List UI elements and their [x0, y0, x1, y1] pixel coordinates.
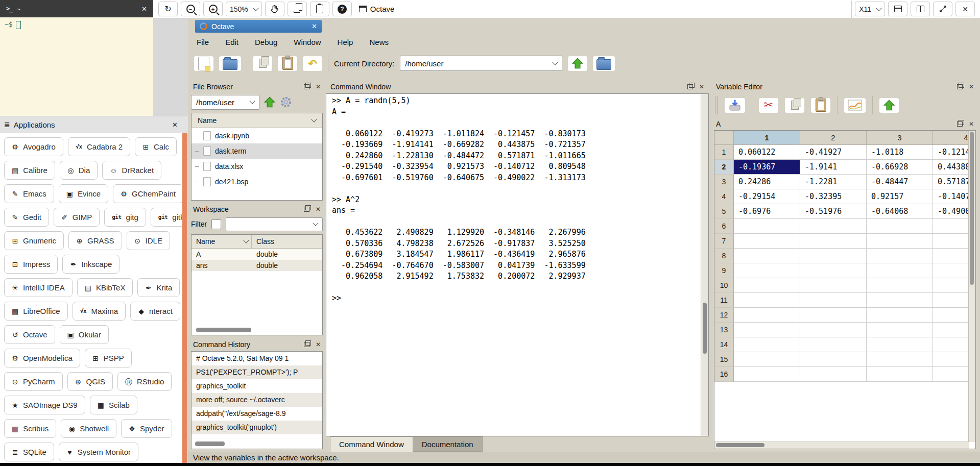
filter-select[interactable]	[226, 217, 323, 231]
command-window[interactable]: >> A = randn(5,5) A = 0.060122 -0.419273…	[326, 93, 709, 436]
row-header-3[interactable]: 3	[714, 175, 734, 189]
row-header-9[interactable]: 9	[714, 263, 734, 278]
row-header-15[interactable]: 15	[714, 352, 734, 367]
cell-r7c3[interactable]	[867, 234, 933, 249]
cell-r9c3[interactable]	[867, 263, 933, 278]
cell-r14c2[interactable]	[800, 337, 867, 352]
close-variable-icon[interactable]: ✕	[969, 121, 974, 127]
command-history-hscrollbar-thumb[interactable]	[195, 442, 225, 446]
app-button-avogadro[interactable]: ⚙Avogadro	[4, 137, 63, 156]
vnc-close-button[interactable]: ✕	[955, 2, 975, 16]
cell-r15c2[interactable]	[800, 352, 867, 367]
undo-button[interactable]: ↶	[303, 56, 322, 71]
variable-editor-vscrollbar[interactable]	[968, 131, 975, 442]
cell-r5c1[interactable]: -0.6976	[734, 204, 800, 219]
row-header-16[interactable]: 16	[714, 367, 734, 382]
octave-close-button[interactable]: ✕	[312, 22, 317, 30]
close-panel-icon[interactable]: ✕	[316, 206, 321, 212]
app-button-gnumeric[interactable]: ⊞Gnumeric	[4, 231, 64, 250]
workspace-row-a[interactable]: Adouble	[192, 249, 322, 260]
app-button-gchempaint[interactable]: ⚙GChemPaint	[113, 184, 182, 203]
menu-window[interactable]: Window	[294, 38, 321, 46]
cell-r11c1[interactable]	[734, 293, 800, 308]
cell-r14c1[interactable]	[734, 337, 800, 352]
zoom-in-button[interactable]: +	[203, 2, 223, 16]
applications-close-button[interactable]: ✕	[172, 121, 178, 129]
cell-r11c3[interactable]	[867, 293, 933, 308]
zoom-level-select[interactable]: 150%	[226, 2, 262, 16]
history-entry[interactable]: graphics_toolkit	[192, 379, 322, 393]
cell-r13c2[interactable]	[800, 323, 867, 337]
menu-debug[interactable]: Debug	[255, 38, 277, 46]
directory-up-button[interactable]	[568, 56, 587, 71]
paste-button[interactable]	[310, 2, 329, 16]
cell-r7c1[interactable]	[734, 234, 800, 249]
workspace-table-header[interactable]: Name Class	[192, 235, 322, 249]
open-file-button[interactable]	[219, 56, 241, 71]
app-button-libreoffice[interactable]: ▤LibreOffice	[4, 302, 68, 321]
cell-r9c1[interactable]	[734, 263, 800, 278]
app-button-emacs[interactable]: ✎Emacs	[4, 184, 54, 203]
cell-r13c3[interactable]	[867, 323, 933, 337]
menu-help[interactable]: Help	[338, 38, 353, 46]
cell-r2c1[interactable]: -0.19367	[734, 160, 800, 175]
app-button-grass[interactable]: ⊕GRASS	[68, 231, 122, 250]
scrollbar-thumb[interactable]	[716, 443, 764, 447]
column-header-3[interactable]: 3	[867, 131, 933, 145]
app-button-scribus[interactable]: ▥Scribus	[4, 419, 56, 438]
menu-file[interactable]: File	[197, 38, 209, 46]
tab-documentation[interactable]: Documentation	[413, 436, 483, 452]
history-entry[interactable]: PS1('PEXPECT_PROMPT>'); P	[192, 365, 322, 379]
file-row-dask-term[interactable]: dask.term	[192, 143, 322, 159]
row-header-10[interactable]: 10	[714, 278, 734, 293]
cell-r10c3[interactable]	[867, 278, 933, 293]
app-button-pycharm[interactable]: ⊙PyCharm	[4, 372, 63, 391]
cell-r1c2[interactable]: -0.41927	[800, 145, 867, 160]
column-header-2[interactable]: 2	[800, 131, 867, 145]
cell-r4c1[interactable]: -0.29154	[734, 189, 800, 204]
history-entry[interactable]: graphics_toolkit('gnuplot')	[192, 421, 322, 434]
row-header-6[interactable]: 6	[714, 219, 734, 234]
app-button-cadabra-2[interactable]: √xCadabra 2	[68, 137, 130, 156]
scrollbar-thumb[interactable]	[182, 133, 187, 466]
undock-icon[interactable]	[957, 121, 963, 127]
workspace-hscrollbar-thumb[interactable]	[196, 328, 251, 332]
menu-edit[interactable]: Edit	[225, 38, 238, 46]
app-button-gedit[interactable]: ✎Gedit	[4, 208, 49, 227]
applications-scrollbar[interactable]	[182, 133, 188, 466]
cell-r8c1[interactable]	[734, 249, 800, 263]
cell-r5c3[interactable]: -0.64068	[867, 204, 933, 219]
app-button-nteract[interactable]: ◆nteract	[130, 302, 180, 321]
cell-r1c3[interactable]: -1.0118	[867, 145, 933, 160]
file-row-de421-bsp[interactable]: de421.bsp	[192, 174, 322, 189]
cell-r10c1[interactable]	[734, 278, 800, 293]
app-button-maxima[interactable]: √xMaxima	[73, 302, 126, 321]
cell-r15c1[interactable]	[734, 352, 800, 367]
row-header-8[interactable]: 8	[714, 249, 734, 263]
scrollbar-thumb[interactable]	[970, 132, 974, 285]
refresh-button[interactable]: ↻	[158, 2, 178, 16]
file-list-name-column-header[interactable]: Name	[192, 113, 322, 128]
app-button-calc[interactable]: ⊞Calc	[135, 137, 177, 156]
undock-icon[interactable]	[304, 84, 309, 89]
row-header-4[interactable]: 4	[714, 189, 734, 204]
display-select[interactable]: X11	[855, 2, 885, 16]
variable-editor-header[interactable]: Variable Editor ✕	[713, 80, 977, 93]
app-button-pspp[interactable]: ⊞PSPP	[85, 349, 132, 367]
row-header-1[interactable]: 1	[714, 145, 734, 160]
cell-r3c2[interactable]: -1.2281	[800, 175, 867, 189]
undock-icon[interactable]	[957, 84, 963, 89]
workspace-row-ans[interactable]: ansdouble	[192, 260, 322, 271]
help-button[interactable]: ?	[332, 2, 352, 16]
cell-r4c2[interactable]: -0.32395	[800, 189, 867, 204]
history-entry[interactable]: more off; source ~/.octaverc	[192, 393, 322, 407]
close-panel-icon[interactable]: ✕	[699, 84, 704, 90]
file-browser-header[interactable]: File Browser ✕	[190, 80, 324, 93]
undock-icon[interactable]	[304, 207, 309, 212]
cell-r12c1[interactable]	[734, 308, 800, 323]
cell-r7c2[interactable]	[800, 234, 867, 249]
terminal-titlebar[interactable]: >_ ~ ✕	[0, 0, 153, 17]
row-header-2[interactable]: 2	[714, 160, 734, 175]
go-up-button[interactable]	[879, 98, 899, 113]
app-button-sqlite[interactable]: ≣SQLite	[4, 443, 54, 461]
